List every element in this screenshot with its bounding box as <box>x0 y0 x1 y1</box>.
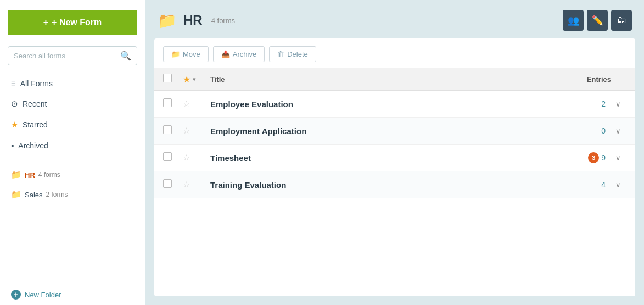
search-button[interactable]: 🔍 <box>120 51 131 61</box>
header-left: 📁 HR 4 forms <box>158 12 235 30</box>
search-input[interactable] <box>14 52 117 60</box>
table-row: ☆ Employment Application 0 ∨ <box>154 118 635 145</box>
row-entries-2: 0 <box>544 126 610 135</box>
sales-folder-count: 2 forms <box>46 191 68 198</box>
search-wrapper: 🔍 <box>8 46 137 65</box>
sidebar-item-archived[interactable]: ▪ Archived <box>0 135 145 156</box>
th-check <box>163 74 183 85</box>
box-icon: 🗂 <box>617 15 626 26</box>
new-form-button[interactable]: + + New Form <box>8 10 137 35</box>
row-check-1 <box>163 98 183 109</box>
sidebar-item-recent[interactable]: ⊙ Recent <box>0 93 145 114</box>
row-star-4: ☆ <box>183 180 210 190</box>
select-all-checkbox[interactable] <box>163 74 172 82</box>
row-title-2[interactable]: Employment Application <box>210 126 544 136</box>
entries-link-1[interactable]: 2 <box>601 99 606 108</box>
th-title[interactable]: Title <box>210 75 561 84</box>
folder-icon-sales: 📁 <box>11 190 21 199</box>
pencil-icon: ✏️ <box>592 15 603 26</box>
entries-link-2[interactable]: 0 <box>601 126 606 135</box>
header-folder-count: 4 forms <box>211 16 235 25</box>
row-expand-2[interactable]: ∨ <box>610 127 626 135</box>
archive-label: Archive <box>233 50 256 58</box>
sidebar-bottom: + New Folder <box>0 284 145 305</box>
row-star-1: ☆ <box>183 99 210 109</box>
content-panel: 📁 Move 📤 Archive 🗑 Delete ★ ▾ Title Entr… <box>154 38 635 296</box>
sidebar-item-all-forms[interactable]: ≡ All Forms <box>0 73 145 93</box>
row-checkbox-3[interactable] <box>163 152 172 161</box>
sidebar-item-sales[interactable]: 📁 Sales 2 forms <box>0 185 145 204</box>
row-check-2 <box>163 125 183 136</box>
entries-link-3[interactable]: 9 <box>601 153 606 162</box>
star-icon-4[interactable]: ☆ <box>183 180 190 190</box>
row-entries-3: 3 9 <box>544 152 610 163</box>
row-expand-3[interactable]: ∨ <box>610 154 626 162</box>
main-header: 📁 HR 4 forms 👥 ✏️ 🗂 <box>145 0 644 38</box>
trash-icon: 🗑 <box>277 50 284 58</box>
starred-label: Starred <box>23 120 48 129</box>
row-star-3: ☆ <box>183 153 210 163</box>
new-form-label: + New Form <box>52 18 102 27</box>
new-folder-button[interactable]: + New Folder <box>0 284 145 305</box>
delete-button[interactable]: 🗑 Delete <box>269 46 316 62</box>
chevron-down-icon-4: ∨ <box>615 181 621 189</box>
chevron-down-icon-2: ∨ <box>615 127 621 135</box>
row-star-2: ☆ <box>183 126 210 136</box>
header-folder-icon: 📁 <box>158 12 177 30</box>
row-expand-1[interactable]: ∨ <box>610 100 626 108</box>
star-icon-3[interactable]: ☆ <box>183 153 190 163</box>
chevron-down-icon-1: ∨ <box>615 100 621 108</box>
row-entries-4: 4 <box>544 180 610 189</box>
table-row: ☆ Employee Evaluation 2 ∨ <box>154 91 635 118</box>
clock-icon: ⊙ <box>11 99 18 109</box>
row-checkbox-2[interactable] <box>163 125 172 134</box>
hr-folder-count: 4 forms <box>38 171 60 179</box>
sidebar-item-starred[interactable]: ★ Starred <box>0 114 145 135</box>
star-icon-1[interactable]: ☆ <box>183 99 190 109</box>
sidebar: + + New Form 🔍 ≡ All Forms ⊙ Recent ★ St… <box>0 0 145 305</box>
folder-icon-hr: 📁 <box>11 170 21 180</box>
edit-button[interactable]: ✏️ <box>587 10 608 31</box>
star-icon: ★ <box>11 120 18 130</box>
list-icon: ≡ <box>11 79 16 88</box>
archive-nav-icon: ▪ <box>11 141 14 150</box>
folder-list: 📁 HR 4 forms 📁 Sales 2 forms <box>0 165 145 204</box>
sidebar-item-hr[interactable]: 📁 HR 4 forms <box>0 165 145 185</box>
move-label: Move <box>183 50 200 58</box>
delete-label: Delete <box>287 50 308 58</box>
recent-label: Recent <box>23 99 47 108</box>
row-title-3[interactable]: Timesheet <box>210 153 544 163</box>
row-checkbox-4[interactable] <box>163 179 172 188</box>
move-icon: 📁 <box>171 50 180 58</box>
row-title-1[interactable]: Employee Evaluation <box>210 99 544 109</box>
notification-badge-3: 3 <box>588 152 599 163</box>
archive-header-button[interactable]: 🗂 <box>611 10 632 31</box>
page-title: HR <box>183 13 203 28</box>
plus-icon: + <box>43 18 48 27</box>
archive-button[interactable]: 📤 Archive <box>213 46 265 62</box>
row-checkbox-1[interactable] <box>163 98 172 107</box>
people-icon: 👥 <box>568 15 579 26</box>
star-sort-icon: ★ <box>183 74 191 85</box>
share-button[interactable]: 👥 <box>563 10 584 31</box>
nav-list: ≡ All Forms ⊙ Recent ★ Starred ▪ Archive… <box>0 73 145 156</box>
row-expand-4[interactable]: ∨ <box>610 181 626 189</box>
new-folder-label: New Folder <box>25 291 61 299</box>
star-icon-2[interactable]: ☆ <box>183 126 190 136</box>
plus-circle-icon: + <box>11 290 21 300</box>
row-check-4 <box>163 179 183 190</box>
nav-divider <box>8 160 137 160</box>
toolbar: 📁 Move 📤 Archive 🗑 Delete <box>154 38 635 68</box>
move-button[interactable]: 📁 Move <box>163 46 209 62</box>
row-entries-1: 2 <box>544 99 610 108</box>
th-entries: Entries <box>561 75 626 84</box>
row-title-4[interactable]: Training Evaluation <box>210 180 544 190</box>
chevron-down-icon-3: ∨ <box>615 154 621 162</box>
hr-folder-name: HR <box>25 171 35 179</box>
archived-label: Archived <box>18 141 48 150</box>
entries-link-4[interactable]: 4 <box>601 180 606 189</box>
th-star[interactable]: ★ ▾ <box>183 74 210 85</box>
archive-icon: 📤 <box>221 50 230 58</box>
row-check-3 <box>163 152 183 163</box>
table-header: ★ ▾ Title Entries <box>154 68 635 91</box>
